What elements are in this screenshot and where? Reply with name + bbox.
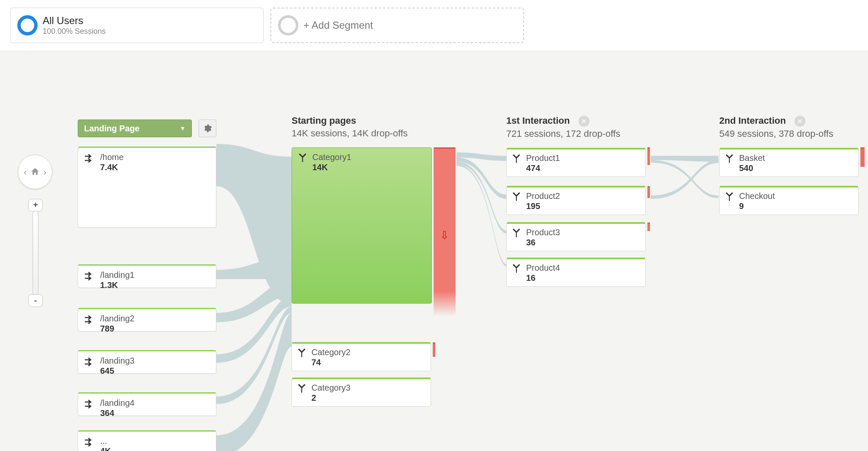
dropoff-bar bbox=[860, 147, 865, 167]
merge-icon bbox=[511, 263, 522, 274]
segment-all-users[interactable]: All Users 100.00% Sessions bbox=[10, 8, 264, 43]
split-icon bbox=[83, 398, 96, 410]
dimension-dropdown[interactable]: Landing Page ▼ bbox=[78, 120, 192, 137]
add-segment-label: + Add Segment bbox=[303, 19, 373, 31]
landing-node[interactable]: /home 7.4K bbox=[78, 147, 216, 228]
segment-subtitle: 100.00% Sessions bbox=[43, 27, 106, 36]
col-int2-header: 2nd Interaction ✕ 549 sessions, 378 drop… bbox=[719, 115, 833, 139]
landing-node[interactable]: /landing3 645 bbox=[78, 351, 216, 374]
zoom-slider[interactable] bbox=[33, 211, 38, 295]
merge-icon bbox=[297, 152, 308, 163]
dimension-label: Landing Page bbox=[84, 124, 139, 133]
merge-icon bbox=[511, 191, 522, 202]
merge-icon bbox=[296, 383, 307, 394]
int1-node[interactable]: Product1 474 bbox=[506, 149, 646, 177]
int2-node[interactable]: Checkout 9 bbox=[719, 187, 859, 215]
segment-bar: All Users 100.00% Sessions + Add Segment bbox=[0, 0, 868, 51]
landing-node[interactable]: /landing4 364 bbox=[78, 393, 216, 416]
nav-knob[interactable]: ‹ › bbox=[18, 155, 52, 189]
int2-node[interactable]: Basket 540 bbox=[719, 149, 859, 177]
dropoff-bar bbox=[647, 147, 650, 165]
int1-node[interactable]: Product2 195 bbox=[506, 187, 646, 215]
split-icon bbox=[83, 270, 96, 283]
split-icon bbox=[83, 356, 96, 368]
merge-icon bbox=[724, 153, 735, 164]
split-icon bbox=[83, 152, 96, 165]
dropoff-bar bbox=[433, 342, 435, 357]
landing-node[interactable]: ... 4K bbox=[78, 431, 216, 451]
segment-placeholder-circle-icon bbox=[278, 15, 298, 35]
merge-icon bbox=[296, 347, 307, 358]
flow-canvas[interactable]: ‹ › + - Landing Page ▼ Starting pages 14… bbox=[0, 51, 868, 451]
int1-node[interactable]: Product3 36 bbox=[506, 223, 646, 251]
int1-node[interactable]: Product4 16 bbox=[506, 259, 646, 287]
home-icon[interactable] bbox=[30, 167, 40, 177]
merge-icon bbox=[724, 191, 735, 202]
zoom-out-button[interactable]: - bbox=[28, 294, 43, 307]
nav-prev-icon[interactable]: ‹ bbox=[23, 167, 27, 177]
dropoff-arrow-icon: ⇩ bbox=[440, 229, 449, 242]
col-start-header: Starting pages 14K sessions, 14K drop-of… bbox=[292, 115, 408, 139]
start-node-category1[interactable]: Category1 14K bbox=[292, 147, 432, 304]
landing-node[interactable]: /landing2 789 bbox=[78, 309, 216, 331]
landing-node[interactable]: /landing1 1.3K bbox=[78, 265, 216, 288]
gear-icon bbox=[203, 124, 212, 133]
start-node[interactable]: Category3 2 bbox=[292, 379, 431, 407]
dropoff-bar bbox=[647, 223, 650, 231]
merge-icon bbox=[511, 227, 522, 238]
remove-step-button[interactable]: ✕ bbox=[579, 116, 590, 127]
merge-icon bbox=[511, 153, 522, 164]
segment-title: All Users bbox=[43, 15, 106, 27]
split-icon bbox=[83, 436, 96, 448]
col-int1-header: 1st Interaction ✕ 721 sessions, 172 drop… bbox=[506, 115, 620, 139]
start-node[interactable]: Category2 74 bbox=[292, 343, 431, 371]
zoom-in-button[interactable]: + bbox=[28, 199, 43, 212]
split-icon bbox=[83, 313, 96, 326]
nav-next-icon[interactable]: › bbox=[43, 167, 47, 177]
settings-button[interactable] bbox=[199, 120, 216, 137]
zoom-control: + - bbox=[28, 199, 43, 307]
dropoff-bar: ⇩ bbox=[434, 147, 456, 316]
remove-step-button[interactable]: ✕ bbox=[794, 116, 805, 127]
segment-circle-icon bbox=[17, 15, 38, 35]
dropoff-bar bbox=[647, 186, 650, 198]
chevron-down-icon: ▼ bbox=[180, 125, 186, 132]
add-segment-button[interactable]: + Add Segment bbox=[270, 8, 524, 43]
